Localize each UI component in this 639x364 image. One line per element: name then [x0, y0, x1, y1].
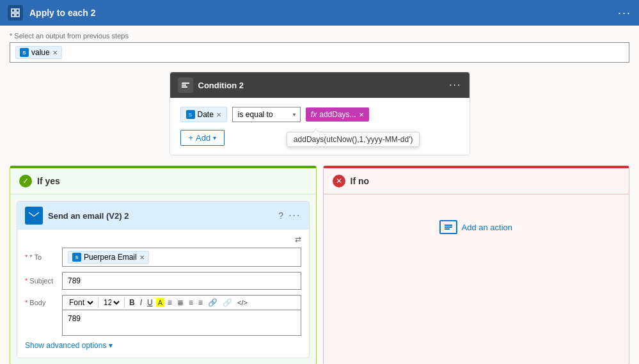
subject-input[interactable] — [62, 272, 301, 290]
email-card-actions: ? ··· — [278, 210, 301, 221]
body-content[interactable]: 789 — [62, 310, 301, 336]
svg-rect-1 — [16, 9, 19, 12]
email-title: Send an email (V2) 2 — [48, 211, 129, 221]
branch-no-header: ✕ If no — [324, 168, 629, 194]
svg-rect-6 — [182, 86, 187, 88]
email-card-header-left: Send an email (V2) 2 — [25, 207, 129, 225]
subject-label: * Subject — [25, 277, 57, 285]
highlight-button[interactable]: A — [156, 298, 164, 307]
condition-header: Condition 2 ··· — [170, 72, 469, 98]
value-icon: S — [20, 48, 29, 57]
operator-select[interactable]: is equal to is not equal to is greater t… — [232, 107, 301, 122]
branch-no: ✕ If no Add an action — [323, 166, 630, 364]
font-size-select[interactable]: 12 — [101, 297, 122, 308]
branch-yes-title: If yes — [37, 176, 60, 186]
branch-yes-header: ✓ If yes — [10, 168, 316, 194]
operator-select-wrapper: is equal to is not equal to is greater t… — [232, 107, 301, 122]
svg-rect-7 — [29, 212, 39, 219]
body-label: * Body — [25, 295, 57, 306]
bold-button[interactable]: B — [127, 297, 137, 308]
add-button[interactable]: + Add ▾ — [180, 130, 225, 146]
main-container: Apply to each 2 ··· * Select an output f… — [0, 0, 639, 364]
svg-rect-2 — [12, 13, 15, 17]
select-output-input[interactable]: S value ✕ — [10, 42, 629, 63]
body-editor: Font 12 B I U — [62, 295, 301, 336]
fx-badge-remove[interactable]: ✕ — [359, 111, 364, 118]
bullet-list-button[interactable]: ≡ — [166, 297, 174, 308]
select-output-label: * Select an output from previous steps — [10, 32, 629, 40]
subject-field-row: * Subject — [25, 272, 301, 290]
add-action-button[interactable]: Add an action — [439, 220, 512, 234]
fx-label: fx — [311, 110, 317, 119]
help-button[interactable]: ? — [278, 210, 283, 221]
condition-icon — [178, 77, 193, 93]
add-chevron-icon: ▾ — [213, 134, 216, 141]
chevron-down-icon: ▾ — [109, 341, 113, 350]
email-card-body: ⇄ * * To S Puerpera Email ✕ — [17, 230, 309, 358]
add-action-area: Add an action — [324, 194, 629, 260]
condition-header-left: Condition 2 — [178, 77, 244, 93]
svg-rect-5 — [182, 84, 186, 86]
header-left: Apply to each 2 — [8, 5, 95, 20]
link-button[interactable]: 🔗 — [206, 297, 219, 308]
date-badge-remove[interactable]: ✕ — [216, 111, 221, 118]
italic-button[interactable]: I — [138, 297, 144, 308]
toolbar-sep-1 — [98, 297, 99, 308]
email-more-button[interactable]: ··· — [288, 210, 301, 221]
email-card: Send an email (V2) 2 ? ··· ⇄ — [17, 201, 310, 358]
date-icon: S — [186, 110, 195, 119]
branch-no-title: If no — [351, 176, 370, 186]
to-input[interactable]: S Puerpera Email ✕ — [62, 248, 301, 267]
header: Apply to each 2 ··· — [0, 0, 639, 26]
header-more-button[interactable]: ··· — [618, 6, 631, 20]
toolbar-sep-2 — [124, 297, 125, 308]
body-field-row: * Body Font 12 — [25, 295, 301, 336]
branches: ✓ If yes Send an email — [10, 166, 629, 364]
svg-rect-9 — [445, 226, 452, 228]
condition-block: Condition 2 ··· S Date ✕ — [170, 72, 470, 155]
content-area: * Select an output from previous steps S… — [0, 26, 639, 364]
email-icon — [25, 207, 43, 225]
svg-rect-8 — [445, 225, 452, 226]
expand-icon: ⇄ — [25, 235, 301, 244]
fx-wrapper: fx addDays... ✕ addDays(utcNow(),1,'yyyy… — [306, 107, 369, 122]
svg-rect-0 — [12, 9, 15, 12]
email-card-header: Send an email (V2) 2 ? ··· — [17, 202, 309, 230]
add-action-icon — [439, 220, 457, 234]
add-plus-icon: + — [189, 133, 194, 143]
header-title: Apply to each 2 — [29, 8, 95, 18]
underline-button[interactable]: U — [145, 297, 155, 308]
puerpera-remove[interactable]: ✕ — [139, 254, 145, 261]
svg-rect-3 — [16, 13, 19, 17]
to-field-row: * * To S Puerpera Email ✕ — [25, 248, 301, 267]
puerpera-icon: S — [72, 253, 81, 262]
branch-yes: ✓ If yes Send an email — [10, 166, 317, 364]
unlink-button[interactable]: 🔗 — [221, 297, 234, 308]
tooltip-bubble: addDays(utcNow(),1,'yyyy-MM-dd') — [287, 132, 420, 147]
condition-row: S Date ✕ is equal to is not equal to is … — [180, 107, 459, 122]
no-x-icon: ✕ — [333, 175, 345, 187]
date-badge: S Date ✕ — [180, 107, 227, 122]
toolbar: Font 12 B I U — [62, 295, 301, 310]
align-right-button[interactable]: ≡ — [196, 297, 205, 308]
svg-rect-4 — [182, 83, 189, 84]
apply-each-icon — [8, 5, 23, 20]
puerpera-badge: S Puerpera Email ✕ — [68, 251, 149, 264]
numbered-list-button[interactable]: ≣ — [175, 297, 185, 308]
show-advanced-button[interactable]: Show advanced options ▾ — [25, 341, 301, 350]
condition-body: S Date ✕ is equal to is not equal to is … — [170, 98, 469, 155]
condition-title: Condition 2 — [198, 81, 244, 90]
value-badge: S value ✕ — [15, 46, 62, 59]
expand-arrows-icon[interactable]: ⇄ — [295, 235, 301, 244]
align-left-button[interactable]: ≡ — [187, 297, 195, 308]
condition-more-button[interactable]: ··· — [449, 79, 461, 91]
to-label: * * To — [25, 253, 57, 261]
code-button[interactable]: </> — [235, 298, 249, 307]
value-badge-remove[interactable]: ✕ — [52, 49, 58, 56]
font-select[interactable]: Font — [67, 297, 95, 308]
svg-rect-10 — [445, 228, 450, 230]
yes-check-icon: ✓ — [19, 175, 32, 187]
fx-badge: fx addDays... ✕ — [306, 107, 369, 122]
